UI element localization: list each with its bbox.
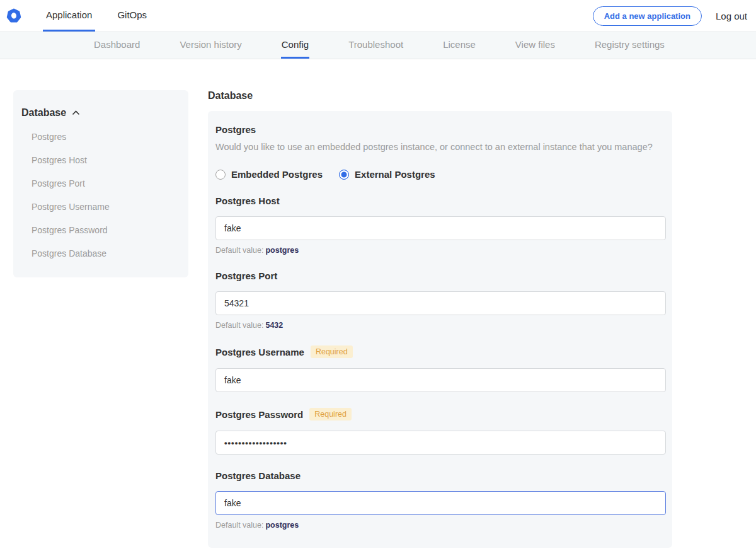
page-title: Database: [208, 90, 672, 102]
postgres-username-input[interactable]: [215, 368, 666, 392]
sidebar-item-postgres-host[interactable]: Postgres Host: [32, 155, 178, 165]
field-label: Postgres Password: [215, 409, 303, 420]
default-value: postgres: [265, 246, 299, 255]
add-new-application-button[interactable]: Add a new application: [593, 6, 702, 26]
field-label: Postgres Host: [215, 195, 280, 206]
default-value-hint: Default value:postgres: [215, 521, 666, 530]
tab-registry-settings[interactable]: Registry settings: [594, 32, 665, 59]
field-postgres-password: Postgres Password Required: [215, 408, 666, 455]
postgres-database-input[interactable]: [215, 491, 666, 515]
sidebar-item-postgres-database[interactable]: Postgres Database: [32, 248, 178, 258]
tab-application[interactable]: Application: [43, 0, 95, 32]
default-value-label: Default value:: [215, 521, 263, 530]
tab-license[interactable]: License: [442, 32, 476, 59]
content-area: Database Postgres Postgres Host Postgres…: [0, 59, 756, 551]
default-value-label: Default value:: [215, 321, 263, 330]
postgres-type-radio-group: Embedded Postgres External Postgres: [215, 169, 666, 180]
group-help-text: Would you like to use an embedded postgr…: [215, 141, 666, 153]
postgres-port-input[interactable]: [215, 291, 666, 315]
field-label: Postgres Database: [215, 470, 301, 481]
default-value: postgres: [265, 521, 299, 530]
config-group-card: Postgres Would you like to use an embedd…: [208, 111, 672, 548]
default-value-label: Default value:: [215, 246, 263, 255]
radio-selected-icon[interactable]: [339, 170, 349, 180]
required-badge: Required: [309, 408, 352, 420]
topnav-right: Add a new application Log out: [593, 0, 747, 32]
sidebar-item-postgres-password[interactable]: Postgres Password: [32, 225, 178, 235]
chevron-up-icon: [72, 110, 80, 115]
tab-troubleshoot[interactable]: Troubleshoot: [348, 32, 404, 59]
tab-dashboard[interactable]: Dashboard: [93, 32, 140, 59]
group-label: Postgres: [215, 124, 666, 135]
radio-embedded-postgres[interactable]: Embedded Postgres: [215, 169, 323, 180]
default-value: 5432: [265, 321, 283, 330]
sidebar-items: Postgres Postgres Host Postgres Port Pos…: [21, 132, 178, 258]
tab-version-history[interactable]: Version history: [179, 32, 242, 59]
sidebar-item-postgres-username[interactable]: Postgres Username: [32, 202, 178, 212]
topnav-tabs: Application GitOps: [43, 0, 150, 32]
field-label: Postgres Username: [215, 347, 304, 357]
logout-button[interactable]: Log out: [716, 11, 747, 21]
sidebar-group-label: Database: [21, 107, 66, 119]
field-label: Postgres Port: [215, 270, 277, 281]
default-value-hint: Default value:postgres: [215, 246, 666, 255]
radio-external-postgres[interactable]: External Postgres: [339, 169, 435, 180]
config-main: Database Postgres Would you like to use …: [208, 90, 672, 551]
field-postgres-host: Postgres Host Default value:postgres: [215, 195, 666, 255]
tab-view-files[interactable]: View files: [515, 32, 556, 59]
tab-config[interactable]: Config: [281, 32, 309, 59]
app-logo[interactable]: [6, 0, 24, 32]
required-badge: Required: [311, 345, 353, 358]
radio-label: Embedded Postgres: [231, 169, 323, 180]
config-sidebar: Database Postgres Postgres Host Postgres…: [13, 90, 188, 277]
default-value-hint: Default value:5432: [215, 321, 666, 330]
kots-logo-icon: [6, 8, 21, 23]
radio-label: External Postgres: [355, 169, 435, 180]
postgres-password-input[interactable]: [215, 431, 666, 455]
field-postgres-database: Postgres Database Default value:postgres: [215, 470, 666, 530]
top-nav: Application GitOps Add a new application…: [0, 0, 756, 32]
sidebar-item-postgres-port[interactable]: Postgres Port: [32, 178, 178, 188]
sidebar-item-postgres[interactable]: Postgres: [32, 132, 178, 142]
radio-unselected-icon[interactable]: [215, 170, 226, 180]
postgres-host-input[interactable]: [215, 216, 666, 240]
field-postgres-port: Postgres Port Default value:5432: [215, 270, 666, 330]
field-postgres-username: Postgres Username Required: [215, 345, 666, 392]
app-subnav: Dashboard Version history Config Trouble…: [0, 32, 756, 59]
tab-gitops[interactable]: GitOps: [114, 0, 150, 32]
sidebar-group-database[interactable]: Database: [21, 107, 178, 119]
